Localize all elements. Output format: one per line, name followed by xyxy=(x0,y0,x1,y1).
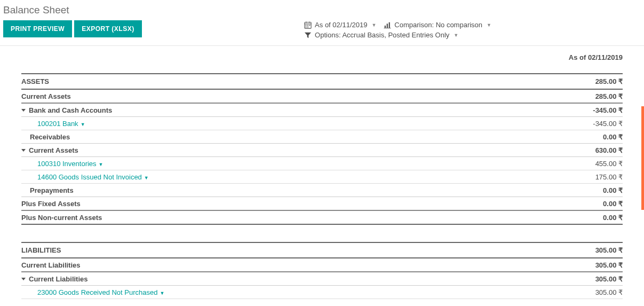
caret-down-icon: ▼ xyxy=(454,33,458,38)
current-liabilities-value: 305.00 ₹ xyxy=(595,261,623,269)
svg-rect-8 xyxy=(307,26,308,27)
fixed-assets-row: Plus Fixed Assets 0.00 ₹ xyxy=(21,197,623,211)
prepayments-label: Prepayments xyxy=(30,186,74,194)
caret-down-icon: ▼ xyxy=(81,122,85,127)
liabilities-value: 305.00 ₹ xyxy=(595,246,623,254)
report-date-header: As of 02/11/2019 xyxy=(21,49,623,73)
svg-rect-10 xyxy=(387,23,388,28)
svg-rect-5 xyxy=(307,25,308,26)
goods-issued-value: 175.00 ₹ xyxy=(595,173,623,181)
goods-received-value: 305.00 ₹ xyxy=(595,288,623,296)
header: Balance Sheet PRINT PREVIEW EXPORT (XLSX… xyxy=(0,0,644,46)
filter-row-2: Options: Accrual Basis, Posted Entries O… xyxy=(304,31,458,39)
non-current-assets-value: 0.00 ₹ xyxy=(603,214,623,222)
bank-cash-row[interactable]: Bank and Cash Accounts -345.00 ₹ xyxy=(21,104,623,117)
bank-cash-value: -345.00 ₹ xyxy=(593,106,623,114)
goods-issued-link[interactable]: 14600 Goods Issued Not Invoiced▼ xyxy=(37,173,149,181)
svg-rect-4 xyxy=(306,25,307,26)
filters: As of 02/11/2019 ▼ Comparison: No compar… xyxy=(304,20,641,39)
liabilities-label: LIABILITIES xyxy=(21,246,61,254)
filter-icon xyxy=(304,32,312,39)
bank-account-value: -345.00 ₹ xyxy=(593,120,623,128)
comparison-filter[interactable]: Comparison: No comparison ▼ xyxy=(384,21,491,29)
button-group: PRINT PREVIEW EXPORT (XLSX) xyxy=(3,20,142,37)
current-assets-sub-value: 630.00 ₹ xyxy=(595,146,623,154)
goods-issued-row: 14600 Goods Issued Not Invoiced▼ 175.00 … xyxy=(21,170,623,184)
svg-rect-7 xyxy=(306,26,307,27)
current-assets-value: 285.00 ₹ xyxy=(595,92,623,100)
calendar-icon xyxy=(304,21,312,29)
comparison-label: Comparison: No comparison xyxy=(394,21,482,29)
filter-row-1: As of 02/11/2019 ▼ Comparison: No compar… xyxy=(304,21,491,29)
scroll-indicator[interactable] xyxy=(641,106,644,210)
caret-down-icon: ▼ xyxy=(371,22,376,28)
assets-label: ASSETS xyxy=(21,77,49,85)
svg-rect-11 xyxy=(389,22,390,28)
as-of-label: As of 02/11/2019 xyxy=(315,21,367,29)
section-gap xyxy=(21,225,623,242)
inventories-row: 100310 Inventories▼ 455.00 ₹ xyxy=(21,157,623,170)
options-label: Options: Accrual Basis, Posted Entries O… xyxy=(315,31,449,39)
assets-row: ASSETS 285.00 ₹ xyxy=(21,73,623,90)
bank-cash-label: Bank and Cash Accounts xyxy=(29,106,112,114)
caret-down-icon: ▼ xyxy=(99,162,104,167)
report-area[interactable]: As of 02/11/2019 ASSETS 285.00 ₹ Current… xyxy=(0,46,644,303)
goods-received-link[interactable]: 23000 Goods Received Not Purchased▼ xyxy=(37,288,164,296)
non-current-assets-label: Plus Non-current Assets xyxy=(21,214,102,222)
payables-row: Payables 0.00 ₹ xyxy=(21,299,623,303)
goods-received-row: 23000 Goods Received Not Purchased▼ 305.… xyxy=(21,286,623,299)
receivables-row: Receivables 0.00 ₹ xyxy=(21,130,623,144)
payables-value: 0.00 ₹ xyxy=(603,302,623,303)
header-row: PRINT PREVIEW EXPORT (XLSX) As of 02/11/… xyxy=(3,20,641,39)
export-xlsx-button[interactable]: EXPORT (XLSX) xyxy=(74,20,142,37)
prepayments-row: Prepayments 0.00 ₹ xyxy=(21,184,623,197)
svg-rect-6 xyxy=(309,25,311,26)
options-filter[interactable]: Options: Accrual Basis, Posted Entries O… xyxy=(304,31,458,39)
fixed-assets-value: 0.00 ₹ xyxy=(603,200,623,208)
print-preview-button[interactable]: PRINT PREVIEW xyxy=(3,20,72,37)
caret-down-icon xyxy=(21,149,26,152)
current-assets-row: Current Assets 285.00 ₹ xyxy=(21,90,623,104)
caret-down-icon xyxy=(21,278,26,280)
bank-account-row: 100201 Bank▼ -345.00 ₹ xyxy=(21,117,623,130)
current-assets-sub-label: Current Assets xyxy=(29,146,78,154)
non-current-assets-row: Plus Non-current Assets 0.00 ₹ xyxy=(21,211,623,225)
current-liabilities-row: Current Liabilities 305.00 ₹ xyxy=(21,258,623,272)
current-liabilities-sub-label: Current Liabilities xyxy=(29,275,88,283)
as-of-filter[interactable]: As of 02/11/2019 ▼ xyxy=(304,21,376,29)
inventories-value: 455.00 ₹ xyxy=(595,160,623,168)
caret-down-icon: ▼ xyxy=(160,291,164,296)
current-liabilities-sub-row[interactable]: Current Liabilities 305.00 ₹ xyxy=(21,272,623,286)
current-liabilities-sub-value: 305.00 ₹ xyxy=(595,275,623,283)
prepayments-value: 0.00 ₹ xyxy=(603,186,623,194)
caret-down-icon xyxy=(21,109,26,112)
bar-chart-icon xyxy=(384,21,391,29)
current-liabilities-label: Current Liabilities xyxy=(21,261,81,269)
receivables-value: 0.00 ₹ xyxy=(603,133,623,141)
caret-down-icon: ▼ xyxy=(144,175,149,181)
svg-rect-9 xyxy=(385,25,386,27)
page-title: Balance Sheet xyxy=(3,4,641,16)
current-assets-label: Current Assets xyxy=(21,92,71,100)
payables-label: Payables xyxy=(30,302,60,303)
receivables-label: Receivables xyxy=(30,133,70,141)
inventories-link[interactable]: 100310 Inventories▼ xyxy=(37,160,104,168)
liabilities-row: LIABILITIES 305.00 ₹ xyxy=(21,242,623,258)
current-assets-sub-row[interactable]: Current Assets 630.00 ₹ xyxy=(21,144,623,157)
assets-value: 285.00 ₹ xyxy=(595,77,623,85)
fixed-assets-label: Plus Fixed Assets xyxy=(21,200,81,208)
caret-down-icon: ▼ xyxy=(487,22,491,28)
bank-account-link[interactable]: 100201 Bank▼ xyxy=(37,120,85,128)
